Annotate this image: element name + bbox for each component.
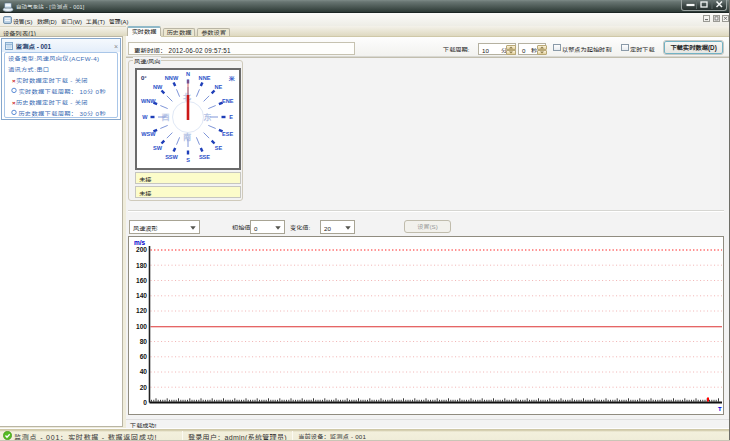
- svg-text:SSW: SSW: [165, 153, 178, 161]
- svg-text:140: 140: [136, 290, 147, 300]
- svg-text:N: N: [186, 70, 190, 78]
- svg-text:T: T: [718, 404, 722, 413]
- svg-text:ESE: ESE: [222, 130, 233, 138]
- svg-text:0: 0: [143, 397, 147, 407]
- svg-text:SSE: SSE: [199, 153, 210, 161]
- svg-text:E: E: [229, 113, 233, 121]
- svg-text:40: 40: [140, 366, 148, 376]
- svg-text:160: 160: [136, 275, 147, 285]
- svg-text:120: 120: [136, 305, 147, 315]
- svg-text:200: 200: [136, 244, 147, 254]
- svg-text:NNE: NNE: [199, 74, 211, 82]
- svg-text:SW: SW: [153, 144, 163, 152]
- svg-text:NW: NW: [153, 83, 163, 91]
- svg-text:NE: NE: [215, 83, 223, 91]
- svg-text:ENE: ENE: [222, 97, 234, 105]
- svg-text:60: 60: [140, 351, 148, 361]
- svg-text:NNW: NNW: [165, 74, 179, 82]
- svg-text:WSW: WSW: [141, 130, 156, 138]
- svg-text:东: 东: [204, 111, 212, 122]
- svg-text:SE: SE: [215, 144, 223, 152]
- svg-text:100: 100: [136, 321, 147, 331]
- svg-text:西: 西: [162, 111, 170, 122]
- svg-text:米: 米: [228, 74, 235, 83]
- svg-text:W: W: [142, 113, 148, 121]
- svg-text:WNW: WNW: [141, 97, 156, 105]
- svg-text:80: 80: [140, 336, 148, 346]
- svg-text:0°: 0°: [141, 73, 147, 82]
- svg-text:20: 20: [140, 382, 148, 392]
- svg-text:180: 180: [136, 260, 147, 270]
- svg-text:S: S: [186, 156, 190, 164]
